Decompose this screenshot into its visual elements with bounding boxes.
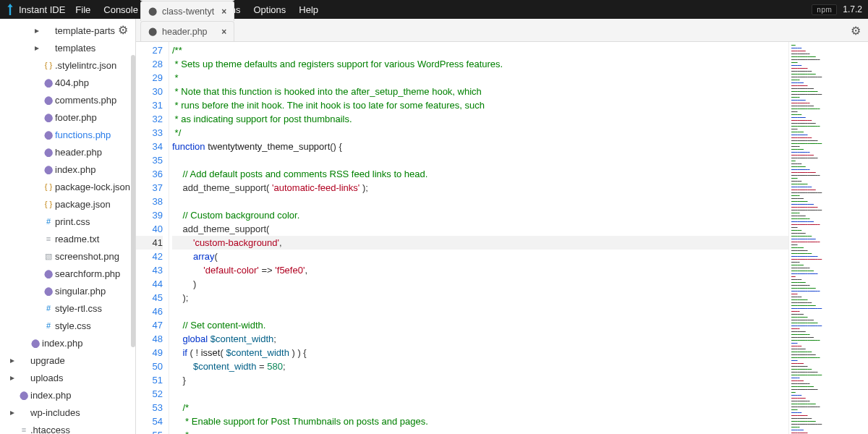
file-label: readme.txt xyxy=(55,234,135,244)
filetype-icon: # xyxy=(42,217,55,226)
filetype-icon: ≡ xyxy=(17,425,30,434)
caret-icon: ▸ xyxy=(10,407,17,417)
menu-options[interactable]: Options xyxy=(253,4,286,15)
menu-help[interactable]: Help xyxy=(299,4,318,15)
file-label: singular.php xyxy=(55,286,135,297)
file-label: upgrade xyxy=(30,355,135,366)
filetype-icon: ⬤ xyxy=(42,286,55,296)
filetype-icon: ⬤ xyxy=(29,339,42,348)
file-tree-item[interactable]: { }package.json xyxy=(0,195,135,213)
file-label: searchform.php xyxy=(55,268,135,279)
file-label: 404.php xyxy=(55,77,135,88)
file-tree-item[interactable]: ⬤404.php xyxy=(0,74,135,91)
file-label: footer.php xyxy=(55,112,135,123)
file-tree-item[interactable]: { }package-lock.json xyxy=(0,178,135,195)
code-area[interactable]: /** * Sets up theme defaults and registe… xyxy=(169,42,788,434)
filetype-icon: { } xyxy=(42,182,55,191)
file-label: package-lock.json xyxy=(55,182,135,192)
filetype-icon: ⬤ xyxy=(42,269,55,278)
file-tree-item[interactable]: ⬤functions.php xyxy=(0,126,135,143)
file-tree-item[interactable]: ≡readme.txt xyxy=(0,230,135,247)
file-tree-item[interactable]: #style.css xyxy=(0,317,135,334)
caret-icon: ▸ xyxy=(35,43,42,53)
file-tree-item[interactable]: ≡.htaccess xyxy=(0,421,135,434)
sidebar-settings-icon[interactable]: ⚙ xyxy=(118,23,128,37)
file-tree-item[interactable]: ▸template-parts xyxy=(0,22,135,39)
menu-console[interactable]: Console xyxy=(103,4,138,15)
filetype-icon: ≡ xyxy=(42,234,55,243)
file-tree-item[interactable]: ▸templates xyxy=(0,39,135,56)
file-label: header.php xyxy=(55,147,135,158)
file-label: index.php xyxy=(42,338,135,349)
filetype-icon: ⬤ xyxy=(42,165,55,174)
filetype-icon: ⬤ xyxy=(42,113,55,122)
file-label: functions.php xyxy=(55,129,135,140)
top-menu-bar: Instant IDE FileConsoleSite PreviewPaths… xyxy=(0,0,868,19)
file-label: index.php xyxy=(55,164,135,175)
file-label: package.json xyxy=(55,199,135,210)
sidebar-scrollbar[interactable] xyxy=(131,55,135,347)
file-label: style.css xyxy=(55,320,135,331)
menu-file[interactable]: File xyxy=(75,4,90,15)
caret-icon: ▸ xyxy=(35,25,42,35)
line-gutter: 2728293031323334353637383940414243444546… xyxy=(136,42,169,434)
file-tree-item[interactable]: ⬤singular.php xyxy=(0,282,135,299)
editor-tab[interactable]: ⬤header.php× xyxy=(140,21,234,41)
tabs-settings-icon[interactable]: ⚙ xyxy=(851,24,861,38)
file-label: style-rtl.css xyxy=(55,303,135,314)
app-logo-icon xyxy=(6,4,14,15)
filetype-icon: # xyxy=(42,321,55,330)
filetype-icon: { } xyxy=(42,61,55,69)
code-editor[interactable]: 2728293031323334353637383940414243444546… xyxy=(136,42,868,434)
file-label: uploads xyxy=(30,373,135,383)
tab-close-icon[interactable]: × xyxy=(221,7,226,17)
file-label: index.php xyxy=(30,390,135,401)
file-tree-item[interactable]: ▧screenshot.png xyxy=(0,247,135,265)
filetype-icon: { } xyxy=(42,200,55,208)
file-tree-item[interactable]: ▸uploads xyxy=(0,369,135,386)
file-tree-item[interactable]: ▸wp-includes xyxy=(0,404,135,421)
file-tree-item[interactable]: ⬤index.php xyxy=(0,386,135,404)
file-explorer: ⚙ ▸template-parts▸templates{ }.stylelint… xyxy=(0,19,136,434)
file-tree-item[interactable]: { }.stylelintrc.json xyxy=(0,56,135,74)
tab-label: header.php xyxy=(162,27,216,37)
editor-tabs: #style.css×⬤functions.php×JSskip-link-fo… xyxy=(136,19,868,42)
filetype-icon: ⬤ xyxy=(42,148,55,157)
file-label: print.css xyxy=(55,216,135,227)
app-brand: Instant IDE xyxy=(19,4,65,15)
editor-tab[interactable]: ⬤class-twentyt× xyxy=(140,1,234,21)
version-label: 1.7.2 xyxy=(843,4,862,14)
file-label: templates xyxy=(55,43,135,54)
file-tree-item[interactable]: ⬤footer.php xyxy=(0,109,135,126)
caret-icon: ▸ xyxy=(10,373,17,383)
tab-filetype-icon: ⬤ xyxy=(148,7,158,16)
caret-icon: ▸ xyxy=(10,355,17,365)
filetype-icon: ⬤ xyxy=(42,95,55,105)
file-label: .stylelintrc.json xyxy=(55,60,135,71)
filetype-icon: ▧ xyxy=(42,252,55,261)
file-tree-item[interactable]: ⬤index.php xyxy=(0,334,135,352)
file-label: screenshot.png xyxy=(55,251,135,262)
tab-label: class-twentyt xyxy=(162,7,216,17)
file-tree-item[interactable]: #style-rtl.css xyxy=(0,299,135,317)
tab-filetype-icon: ⬤ xyxy=(148,27,158,36)
file-label: .htaccess xyxy=(30,425,135,435)
tab-close-icon[interactable]: × xyxy=(221,27,226,37)
npm-badge[interactable]: npm xyxy=(812,4,837,15)
filetype-icon: ⬤ xyxy=(17,391,30,400)
file-tree-item[interactable]: ⬤index.php xyxy=(0,161,135,178)
filetype-icon: # xyxy=(42,304,55,312)
file-tree-item[interactable]: ⬤searchform.php xyxy=(0,265,135,282)
file-tree-item[interactable]: ▸upgrade xyxy=(0,352,135,369)
filetype-icon: ⬤ xyxy=(42,130,55,140)
file-label: comments.php xyxy=(55,95,135,106)
file-tree-item[interactable]: ⬤comments.php xyxy=(0,91,135,109)
file-tree-item[interactable]: #print.css xyxy=(0,213,135,230)
filetype-icon: ⬤ xyxy=(42,78,55,88)
file-label: wp-includes xyxy=(30,407,135,418)
minimap[interactable]: ▬▬ ▬▬▬▬▬ ▬▬▬▬▬▬▬ ▬▬▬▬▬▬▬▬▬ ▬▬▬▬▬▬▬▬▬▬▬▬ … xyxy=(788,42,868,434)
file-tree-item[interactable]: ⬤header.php xyxy=(0,143,135,161)
